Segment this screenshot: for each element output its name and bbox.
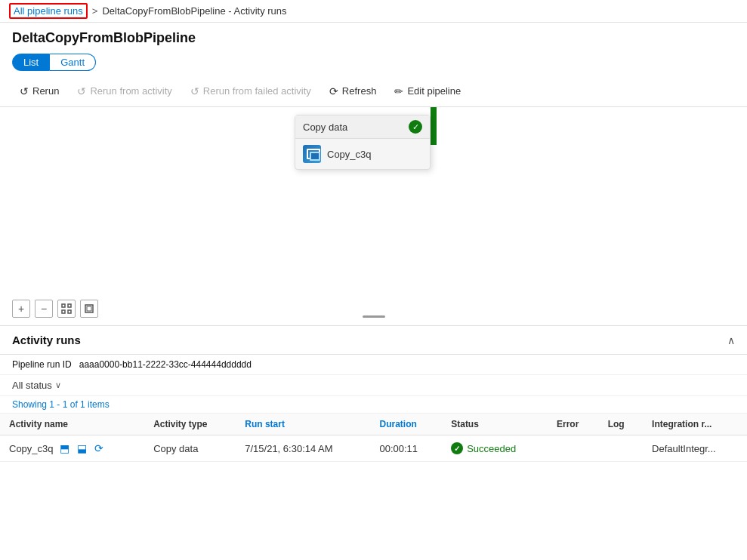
breadcrumb-bar: All pipeline runs > DeltaCopyFromBlobPip… bbox=[0, 0, 747, 23]
activity-runs-table: Activity name Activity type Run start Du… bbox=[0, 414, 747, 462]
rerun-activity-icon: ↺ bbox=[77, 85, 86, 97]
col-log: Log bbox=[599, 414, 643, 435]
cell-error bbox=[548, 435, 599, 462]
cell-activity-name-text: Copy_c3q bbox=[9, 443, 54, 454]
frame-icon bbox=[84, 303, 94, 314]
col-run-start[interactable]: Run start bbox=[236, 414, 370, 435]
zoom-out-button[interactable]: − bbox=[35, 300, 53, 318]
col-duration[interactable]: Duration bbox=[370, 414, 442, 435]
row-action-output-icon[interactable]: ⬓ bbox=[76, 441, 88, 456]
rerun-failed-icon: ↺ bbox=[190, 85, 199, 97]
svg-rect-2 bbox=[62, 310, 65, 313]
breadcrumb-separator: > bbox=[92, 5, 98, 17]
list-view-button[interactable]: List bbox=[12, 54, 50, 71]
col-status: Status bbox=[442, 414, 548, 435]
status-icon: ✓ bbox=[451, 442, 463, 454]
edit-pipeline-button[interactable]: ✏ Edit pipeline bbox=[387, 82, 468, 100]
svg-rect-1 bbox=[68, 304, 71, 307]
collapse-icon[interactable]: ∧ bbox=[727, 334, 735, 346]
pipeline-run-id-row: Pipeline run ID aaaa0000-bb11-2222-33cc-… bbox=[0, 355, 747, 375]
svg-rect-0 bbox=[62, 304, 65, 307]
rerun-from-activity-button[interactable]: ↺ Rerun from activity bbox=[69, 82, 179, 100]
zoom-in-button[interactable]: + bbox=[12, 300, 30, 318]
dropdown-check-icon: ✓ bbox=[409, 120, 422, 134]
breadcrumb-current: DeltaCopyFromBlobPipeline - Activity run… bbox=[102, 5, 286, 17]
cell-activity-name: Copy_c3q ⬒ ⬓ ⟳ bbox=[0, 435, 144, 462]
activity-runs-section: Activity runs ∧ Pipeline run ID aaaa0000… bbox=[0, 326, 747, 462]
edit-icon: ✏ bbox=[394, 85, 403, 97]
row-action-input-icon[interactable]: ⬒ bbox=[58, 441, 71, 456]
showing-text: Showing 1 - 1 of 1 items bbox=[0, 396, 747, 414]
cell-status: ✓ Succeeded bbox=[442, 435, 548, 462]
gantt-view-button[interactable]: Gantt bbox=[50, 54, 96, 71]
toolbar: ↺ Rerun ↺ Rerun from activity ↺ Rerun fr… bbox=[0, 75, 747, 107]
status-text: Succeeded bbox=[467, 443, 516, 454]
cell-duration: 00:00:11 bbox=[370, 435, 442, 462]
rerun-from-failed-button[interactable]: ↺ Rerun from failed activity bbox=[183, 82, 319, 100]
col-activity-type: Activity type bbox=[144, 414, 236, 435]
rerun-icon: ↺ bbox=[20, 85, 29, 97]
page-title: DeltaCopyFromBlobPipeline bbox=[0, 23, 747, 51]
refresh-icon: ⟳ bbox=[329, 85, 338, 97]
table-row: Copy_c3q ⬒ ⬓ ⟳ Copy data 7/15/21, 6:30:1… bbox=[0, 435, 747, 462]
cell-activity-type: Copy data bbox=[144, 435, 236, 462]
dropdown-item[interactable]: Copy_c3q bbox=[295, 139, 430, 169]
cell-log bbox=[599, 435, 643, 462]
rerun-button[interactable]: ↺ Rerun bbox=[12, 82, 66, 100]
table-container: Activity name Activity type Run start Du… bbox=[0, 414, 747, 462]
canvas-status-bar bbox=[431, 107, 437, 145]
col-activity-name: Activity name bbox=[0, 414, 144, 435]
status-filter[interactable]: All status ∨ bbox=[0, 375, 747, 396]
canvas-collapse-handle[interactable] bbox=[363, 315, 385, 318]
table-header-row: Activity name Activity type Run start Du… bbox=[0, 414, 747, 435]
refresh-button[interactable]: ⟳ Refresh bbox=[322, 82, 384, 100]
svg-rect-3 bbox=[68, 310, 71, 313]
svg-rect-5 bbox=[87, 306, 91, 311]
row-action-details-icon[interactable]: ⟳ bbox=[93, 441, 105, 456]
cell-integration-runtime: DefaultIntegr... bbox=[643, 435, 747, 462]
col-error: Error bbox=[548, 414, 599, 435]
fit-to-screen-button[interactable] bbox=[57, 300, 76, 318]
status-chevron-icon: ∨ bbox=[55, 380, 61, 390]
col-integration-runtime: Integration r... bbox=[643, 414, 747, 435]
view-toggle: List Gantt bbox=[0, 51, 747, 75]
canvas-area: Copy data ✓ Copy_c3q + − bbox=[0, 107, 747, 326]
dropdown-header: Copy data ✓ bbox=[295, 115, 430, 139]
all-pipeline-runs-link[interactable]: All pipeline runs bbox=[9, 3, 88, 19]
fit-screen-icon bbox=[61, 303, 72, 314]
activity-dropdown: Copy data ✓ Copy_c3q bbox=[295, 115, 431, 170]
canvas-controls: + − bbox=[12, 300, 98, 318]
cell-run-start: 7/15/21, 6:30:14 AM bbox=[236, 435, 370, 462]
section-title: Activity runs bbox=[12, 334, 81, 346]
frame-button[interactable] bbox=[80, 300, 98, 318]
section-header: Activity runs ∧ bbox=[0, 326, 747, 355]
copy-data-icon bbox=[303, 145, 321, 163]
